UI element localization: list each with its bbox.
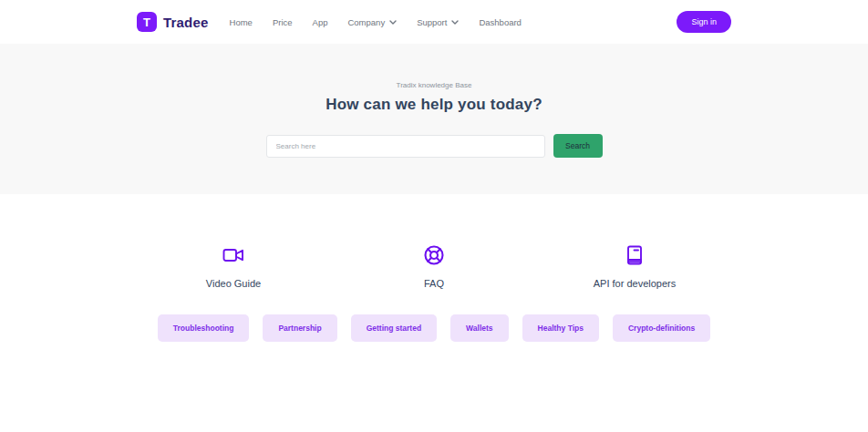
hero-eyebrow: Tradix knowledge Base [397,81,472,89]
feature-label: Video Guide [206,278,261,289]
nav-item-label: Price [273,17,293,27]
nav-item-label: Company [347,17,385,27]
main-nav: Home Price App Company Support D [220,17,532,27]
book-icon [624,244,646,266]
navbar-inner: T Tradee Home Price App Company Support [137,11,731,33]
nav-item-label: Home [230,17,253,27]
topic-chip-troubleshooting[interactable]: Troubleshooting [158,314,250,342]
topic-chip-healthy-tips[interactable]: Healthy Tips [522,314,599,342]
nav-item-label: App [313,17,328,27]
chevron-down-icon [451,20,459,25]
page-title: How can we help you today? [326,96,542,114]
nav-item-label: Dashboard [479,17,521,27]
topic-chip-wallets[interactable]: Wallets [450,314,508,342]
topic-chip-crypto-definitions[interactable]: Crypto-definitions [613,314,710,342]
top-navbar: T Tradee Home Price App Company Support [0,0,868,44]
topic-chip-partnership[interactable]: Partnership [263,314,336,342]
nav-item-dashboard[interactable]: Dashboard [469,17,531,27]
sign-in-button[interactable]: Sign in [677,11,731,33]
feature-faq[interactable]: FAQ [361,244,507,289]
lifebuoy-icon [423,244,445,266]
brand-logo-icon: T [137,12,157,32]
brand-name: Tradee [163,15,209,30]
feature-label: FAQ [424,278,444,289]
search-button[interactable]: Search [553,134,603,158]
video-camera-icon [222,244,244,266]
hero-section: Tradix knowledge Base How can we help yo… [0,44,868,194]
search-bar: Search [266,134,603,158]
nav-item-price[interactable]: Price [263,17,303,27]
feature-api-developers[interactable]: API for developers [562,244,708,289]
chevron-down-icon [389,20,397,25]
feature-video-guide[interactable]: Video Guide [160,244,306,289]
feature-label: API for developers [594,278,677,289]
features-section: Video Guide FAQ API for developers [0,194,868,342]
features-row: Video Guide FAQ API for developers [0,244,868,289]
nav-item-home[interactable]: Home [220,17,263,27]
brand-logo[interactable]: T Tradee [137,12,209,32]
nav-item-support[interactable]: Support [407,17,469,27]
topic-chip-getting-started[interactable]: Getting started [351,314,437,342]
topics-row: Troubleshooting Partnership Getting star… [0,314,868,342]
nav-item-label: Support [417,17,447,27]
search-input[interactable] [266,135,545,158]
nav-item-company[interactable]: Company [337,17,407,27]
nav-item-app[interactable]: App [303,17,338,27]
